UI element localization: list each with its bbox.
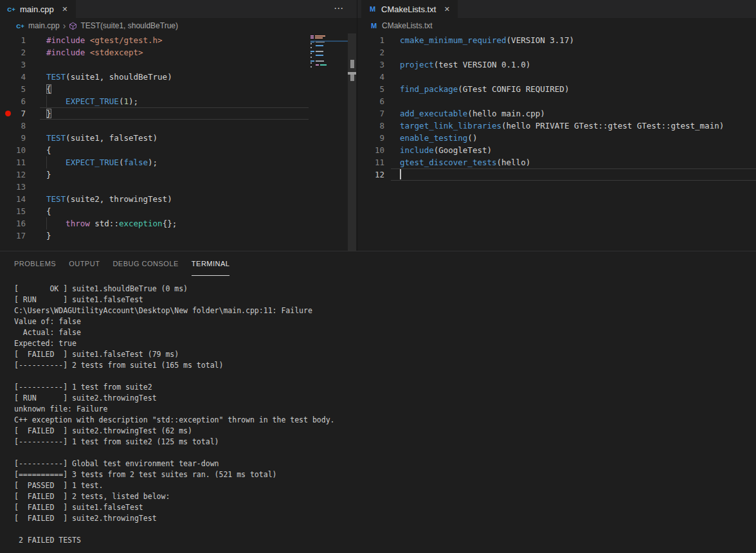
code-line[interactable]: 11 EXPECT_TRUE(false); xyxy=(0,156,357,168)
close-icon[interactable] xyxy=(442,5,451,14)
code-line[interactable]: 11gtest_discover_tests(hello) xyxy=(357,156,756,168)
tab-main-cpp[interactable]: main.cpp xyxy=(0,0,76,18)
code-line[interactable]: 14TEST(suite2, throwingTest) xyxy=(0,193,357,205)
code-line[interactable]: 7} xyxy=(0,107,357,120)
line-number[interactable]: 16 xyxy=(0,217,26,230)
code-line[interactable]: 9enable_testing() xyxy=(357,132,756,144)
code-token: {}; xyxy=(163,219,177,228)
panel-tab-debug-console[interactable]: DEBUG CONSOLE xyxy=(113,260,178,276)
line-number[interactable]: 9 xyxy=(0,132,26,144)
breadcrumb-file[interactable]: main.cpp xyxy=(28,21,60,30)
line-number[interactable]: 6 xyxy=(0,95,26,107)
code-line[interactable]: 12} xyxy=(0,168,357,181)
close-icon[interactable] xyxy=(60,5,69,14)
code-line[interactable]: 2#include <stdexcept> xyxy=(0,46,357,59)
code-line[interactable]: 8target_link_libraries(hello PRIVATE GTe… xyxy=(357,120,756,132)
line-number[interactable]: 12 xyxy=(357,168,384,181)
code-text: add_executable(hello main.cpp) xyxy=(400,107,545,120)
line-number[interactable]: 15 xyxy=(0,205,26,217)
line-number[interactable]: 12 xyxy=(0,168,26,181)
minimap-row xyxy=(310,43,312,44)
code-line[interactable]: 8 xyxy=(0,120,357,132)
line-number[interactable]: 17 xyxy=(0,230,26,242)
terminal-line: [==========] 3 tests from 2 test suites … xyxy=(14,469,750,480)
line-number[interactable]: 8 xyxy=(0,120,26,132)
line-number[interactable]: 3 xyxy=(357,59,384,71)
line-number[interactable]: 1 xyxy=(357,34,384,46)
code-line[interactable]: 1cmake_minimum_required(VERSION 3.17) xyxy=(357,34,756,46)
line-number[interactable]: 7 xyxy=(0,107,26,120)
code-token: #include xyxy=(46,35,85,45)
line-number[interactable]: 13 xyxy=(0,181,26,193)
code-line[interactable]: 2 xyxy=(357,46,756,59)
terminal-line: [ RUN ] suite2.throwingTest xyxy=(14,393,750,404)
code-line[interactable]: 9TEST(suite1, falseTest) xyxy=(0,132,357,144)
line-number[interactable]: 11 xyxy=(357,156,384,168)
code-line[interactable]: 13 xyxy=(0,181,357,193)
panel-tab-problems[interactable]: PROBLEMS xyxy=(14,260,56,276)
code-token xyxy=(46,219,66,228)
code-token xyxy=(46,158,66,167)
line-number[interactable]: 2 xyxy=(357,46,384,59)
code-line[interactable]: 16 throw std::exception{}; xyxy=(0,217,357,230)
code-line[interactable]: 4 xyxy=(357,71,756,83)
code-line[interactable]: 5{ xyxy=(0,83,357,95)
panel-tab-bar: PROBLEMSOUTPUTDEBUG CONSOLETERMINAL xyxy=(0,251,756,276)
breadcrumb-symbol[interactable]: TEST(suite1, shouldBeTrue) xyxy=(80,21,178,30)
code-token: <stdexcept> xyxy=(90,48,143,57)
code-token: ); xyxy=(129,96,138,106)
code-line[interactable]: 17} xyxy=(0,230,357,242)
code-token: <gtest/gtest.h> xyxy=(90,35,163,45)
breadcrumb-file[interactable]: CMakeLists.txt xyxy=(382,21,433,30)
code-line[interactable]: 3project(test VERSION 0.1.0) xyxy=(357,59,756,71)
terminal-output[interactable]: [ OK ] suite1.shouldBeTrue (0 ms)[ RUN ]… xyxy=(14,284,750,553)
code-token: (hello PRIVATE GTest::gtest GTest::gtest… xyxy=(501,121,724,131)
line-number[interactable]: 7 xyxy=(357,107,384,120)
code-line[interactable]: 7add_executable(hello main.cpp) xyxy=(357,107,756,120)
code-editor-main-cpp[interactable]: 1#include <gtest/gtest.h>2#include <stde… xyxy=(0,33,357,251)
code-line[interactable]: 15{ xyxy=(0,205,357,217)
line-number[interactable]: 5 xyxy=(357,83,384,95)
terminal-line xyxy=(14,448,750,458)
code-line[interactable]: 3 xyxy=(0,59,357,71)
line-number[interactable]: 10 xyxy=(357,144,384,156)
panel-tab-terminal[interactable]: TERMINAL xyxy=(192,260,230,276)
code-line[interactable]: 6 xyxy=(357,95,756,107)
line-number[interactable]: 14 xyxy=(0,193,26,205)
line-number[interactable]: 4 xyxy=(0,71,26,83)
code-token: TEST xyxy=(46,133,66,143)
line-number[interactable]: 10 xyxy=(0,144,26,156)
line-number[interactable]: 11 xyxy=(0,156,26,168)
line-number[interactable]: 4 xyxy=(357,71,384,83)
terminal-line: [ PASSED ] 1 test. xyxy=(14,480,750,491)
current-line-highlight xyxy=(391,168,756,181)
panel-tab-output[interactable]: OUTPUT xyxy=(69,260,100,276)
line-number[interactable]: 9 xyxy=(357,132,384,144)
code-line[interactable]: 10{ xyxy=(0,144,357,156)
code-text: EXPECT_TRUE(1); xyxy=(46,95,138,107)
terminal-line: [ FAILED ] suite1.falseTest (79 ms) xyxy=(14,349,750,360)
line-number[interactable]: 8 xyxy=(357,120,384,132)
code-line[interactable]: 1#include <gtest/gtest.h> xyxy=(0,34,357,46)
line-number[interactable]: 5 xyxy=(0,83,26,95)
line-number[interactable]: 6 xyxy=(357,95,384,107)
scrollbar-thumb[interactable] xyxy=(350,60,354,68)
code-line[interactable]: 5find_package(GTest CONFIG REQUIRED) xyxy=(357,83,756,95)
scrollbar-track[interactable] xyxy=(348,33,356,251)
code-line[interactable]: 4TEST(suite1, shouldBeTrue) xyxy=(0,71,357,83)
code-token: std:: xyxy=(90,219,119,228)
more-actions-icon[interactable] xyxy=(334,0,344,18)
code-line[interactable]: 12 xyxy=(357,168,756,181)
code-text: gtest_discover_tests(hello) xyxy=(400,156,530,168)
code-editor-cmakelists[interactable]: 1cmake_minimum_required(VERSION 3.17)23p… xyxy=(357,33,756,251)
code-token: (GoogleTest) xyxy=(434,145,492,155)
terminal-line: [----------] 2 tests from suite1 (165 ms… xyxy=(14,360,750,371)
code-line[interactable]: 10include(GoogleTest) xyxy=(357,144,756,156)
line-number[interactable]: 1 xyxy=(0,34,26,46)
line-number[interactable]: 3 xyxy=(0,59,26,71)
code-text: TEST(suite2, throwingTest) xyxy=(46,193,172,205)
code-token: throw xyxy=(66,219,90,228)
code-line[interactable]: 6 EXPECT_TRUE(1); xyxy=(0,95,357,107)
tab-cmakelists-txt[interactable]: CMakeLists.txt xyxy=(361,0,458,18)
line-number[interactable]: 2 xyxy=(0,46,26,59)
